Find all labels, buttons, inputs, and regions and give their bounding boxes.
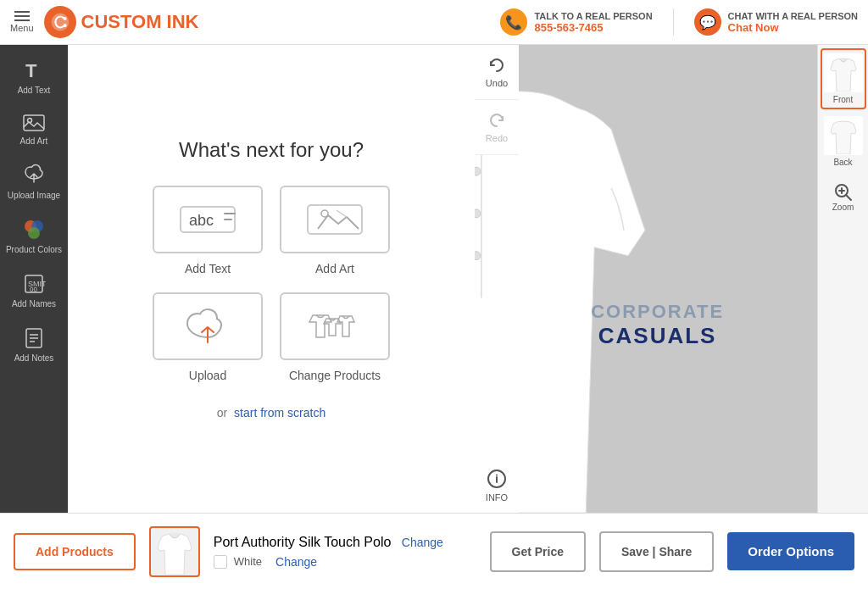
add-names-label: Add Names	[12, 299, 56, 309]
add-art-label: Add Art	[20, 136, 48, 147]
modal-options-grid: abc Add Text	[153, 186, 390, 382]
phone-info: TALK TO A REAL PERSON 855-563-7465	[534, 11, 652, 34]
phone-number: 855-563-7465	[534, 21, 652, 34]
chat-contact[interactable]: 💬 CHAT WITH A REAL PERSON Chat Now	[694, 8, 858, 36]
add-art-option-box	[280, 186, 390, 253]
product-color-row: White Change	[214, 555, 443, 569]
redo-button[interactable]: Redo	[475, 100, 519, 155]
sidebar-item-upload-image[interactable]: Upload Image	[0, 157, 68, 208]
svg-point-1	[63, 17, 66, 20]
undo-label: Undo	[486, 78, 508, 88]
upload-icon	[22, 164, 46, 187]
modal-or-line: or start from scratch	[217, 406, 326, 420]
svg-rect-18	[308, 205, 362, 234]
text-icon: T	[22, 58, 46, 82]
chat-action: Chat Now	[728, 21, 858, 34]
names-icon: SMITH 00	[22, 272, 46, 296]
back-label: Back	[833, 158, 852, 167]
whats-next-modal: What's next for you? abc Add Text	[68, 45, 475, 513]
modal-title: What's next for you?	[179, 138, 364, 162]
info-label: INFO	[486, 492, 508, 503]
info-button[interactable]: INFO	[475, 458, 519, 513]
phone-label: TALK TO A REAL PERSON	[534, 11, 652, 21]
sidebar: T Add Text Add Art Upload Image	[0, 45, 68, 513]
add-art-option-label: Add Art	[315, 262, 354, 275]
menu-bars-icon	[14, 11, 30, 21]
header-contact: 📞 TALK TO A REAL PERSON 855-563-7465 💬 C…	[500, 8, 858, 36]
brand-name: CUSTOM INK	[81, 11, 199, 33]
undo-button[interactable]: Undo	[475, 45, 519, 100]
add-text-option-label: Add Text	[185, 262, 231, 275]
save-share-button[interactable]: Save | Share	[599, 531, 714, 572]
change-products-option-label: Change Products	[289, 369, 381, 382]
upload-option-box	[153, 292, 263, 360]
get-price-button[interactable]: Get Price	[490, 531, 586, 572]
sidebar-item-add-art[interactable]: Add Art	[0, 106, 68, 153]
undo-icon	[487, 56, 506, 75]
header: Menu CUSTOM INK 📞 TALK TO A REAL PERSON …	[0, 0, 868, 45]
sidebar-item-add-names[interactable]: SMITH 00 Add Names	[0, 265, 68, 316]
zoom-icon	[833, 182, 854, 203]
phone-contact[interactable]: 📞 TALK TO A REAL PERSON 855-563-7465	[500, 8, 652, 36]
modal-option-add-art[interactable]: Add Art	[280, 186, 390, 275]
add-text-label: Add Text	[18, 86, 51, 96]
change-products-option-box	[280, 292, 390, 360]
svg-line-28	[846, 195, 851, 200]
start-from-scratch-link[interactable]: start from scratch	[234, 406, 326, 420]
svg-point-26	[496, 474, 498, 475]
order-options-button[interactable]: Order Options	[727, 532, 854, 570]
sidebar-item-product-colors[interactable]: Product Colors	[0, 211, 68, 262]
add-text-option-icon: abc	[174, 198, 242, 241]
front-label: Front	[833, 95, 853, 104]
change-color-link[interactable]: Change	[275, 555, 317, 569]
info-icon	[487, 469, 507, 489]
add-text-option-box: abc	[153, 186, 263, 253]
svg-text:T: T	[25, 60, 37, 81]
svg-point-2	[63, 24, 66, 27]
menu-label: Menu	[10, 23, 34, 33]
view-front-button[interactable]: Front	[821, 48, 866, 109]
sidebar-item-add-text[interactable]: T Add Text	[0, 52, 68, 103]
sidebar-item-add-notes[interactable]: Add Notes	[0, 320, 68, 370]
upload-image-label: Upload Image	[8, 191, 60, 201]
modal-or-text: or	[217, 406, 227, 420]
bottom-bar: Add Products Port Authority Silk Touch P…	[0, 513, 868, 589]
zoom-button[interactable]: Zoom	[821, 177, 866, 216]
redo-label: Redo	[486, 133, 508, 143]
color-swatch	[214, 555, 227, 569]
svg-text:abc: abc	[189, 212, 214, 229]
front-thumbnail	[824, 53, 863, 92]
header-divider	[673, 8, 674, 36]
modal-option-change-products[interactable]: Change Products	[280, 292, 390, 382]
product-info: Port Authority Silk Touch Polo Change Wh…	[214, 535, 443, 569]
view-controls: Front Back Zoom	[817, 45, 868, 513]
product-thumbnail	[149, 526, 200, 577]
redo-icon	[487, 111, 506, 130]
modal-option-add-text[interactable]: abc Add Text	[153, 186, 263, 275]
logo-icon	[44, 6, 76, 38]
modal-option-upload[interactable]: Upload	[153, 292, 263, 382]
view-back-button[interactable]: Back	[821, 111, 866, 172]
menu-button[interactable]: Menu	[10, 11, 34, 33]
chat-label: CHAT WITH A REAL PERSON	[728, 11, 858, 21]
svg-text:00: 00	[30, 286, 37, 293]
main-layout: T Add Text Add Art Upload Image	[0, 45, 868, 513]
back-thumbnail-icon	[826, 117, 860, 154]
product-colors-label: Product Colors	[6, 245, 62, 255]
color-name: White	[234, 555, 262, 568]
change-product-link[interactable]: Change	[402, 536, 443, 549]
image-icon	[22, 113, 46, 133]
notes-icon	[22, 326, 46, 350]
svg-rect-4	[24, 115, 44, 131]
colors-icon	[22, 218, 46, 242]
add-art-option-icon	[301, 198, 369, 241]
phone-icon: 📞	[500, 8, 527, 36]
product-thumb-icon	[153, 528, 196, 575]
chat-icon: 💬	[694, 8, 721, 36]
zoom-label: Zoom	[832, 203, 854, 212]
logo-link[interactable]: CUSTOM INK	[44, 6, 199, 38]
add-products-button[interactable]: Add Products	[14, 533, 136, 570]
back-thumbnail	[824, 116, 863, 155]
upload-option-icon	[174, 305, 242, 347]
front-thumbnail-icon	[826, 54, 860, 92]
